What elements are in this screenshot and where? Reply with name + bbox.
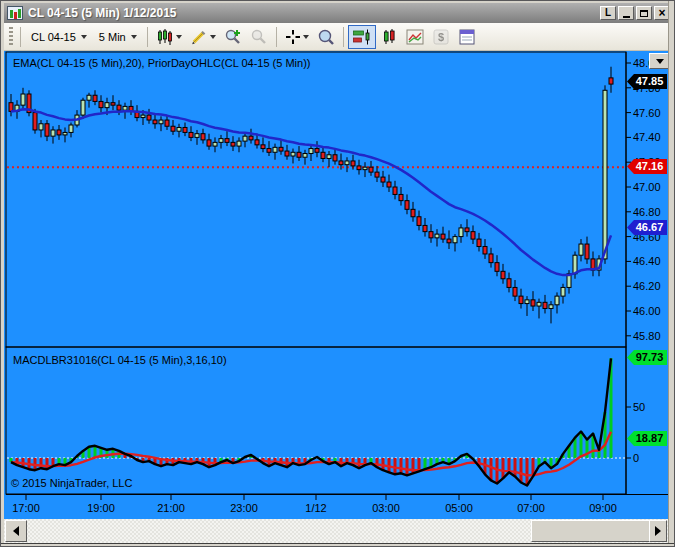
separator xyxy=(343,27,344,47)
account-performance-button[interactable]: $ xyxy=(428,25,454,49)
chevron-down-icon xyxy=(176,35,182,39)
svg-text:47.00: 47.00 xyxy=(633,181,661,193)
magnifier-icon xyxy=(317,28,335,46)
candlestick-style-icon xyxy=(156,28,174,46)
arrow-right-icon xyxy=(655,526,661,536)
close-icon: × xyxy=(658,7,665,19)
prior-close-badge: 47.16 xyxy=(627,159,667,174)
minimize-button[interactable] xyxy=(618,6,634,20)
macd-value-badge: 97.73 xyxy=(627,350,667,365)
properties-panel-icon xyxy=(458,28,476,46)
instrument-label: CL 04-15 xyxy=(31,31,76,43)
market-analyzer-button[interactable] xyxy=(376,25,402,49)
drawing-tools-button[interactable] xyxy=(186,25,220,49)
price-axis-dropdown-button[interactable] xyxy=(649,53,670,69)
svg-text:46.40: 46.40 xyxy=(633,255,661,267)
svg-text:$: $ xyxy=(438,31,444,43)
window-chart-icon xyxy=(7,6,23,20)
minimize-icon xyxy=(623,16,630,18)
svg-text:07:00: 07:00 xyxy=(517,502,545,514)
toolbar-grip[interactable] xyxy=(9,27,13,47)
data-box-button[interactable] xyxy=(313,25,339,49)
maximize-button[interactable] xyxy=(636,6,652,20)
chevron-down-icon xyxy=(303,35,309,39)
svg-text:0: 0 xyxy=(633,452,639,464)
last-price-badge: 47.85 xyxy=(627,74,667,89)
svg-text:46.20: 46.20 xyxy=(633,280,661,292)
svg-text:17:00: 17:00 xyxy=(12,502,40,514)
svg-text:09:00: 09:00 xyxy=(589,502,617,514)
svg-text:03:00: 03:00 xyxy=(372,502,400,514)
copyright-text: © 2015 NinjaTrader, LLC xyxy=(11,477,132,489)
chevron-down-icon xyxy=(656,59,664,64)
panel2-indicator-label: MACDLBR31016(CL 04-15 (5 Min),3,16,10) xyxy=(13,354,227,366)
separator xyxy=(276,27,277,47)
svg-text:05:00: 05:00 xyxy=(445,502,473,514)
ema-value-badge: 46.67 xyxy=(627,220,667,235)
arrow-left-icon xyxy=(13,526,19,536)
price-chart[interactable]: 48.0047.8047.6047.4047.2047.0046.8046.60… xyxy=(4,51,668,519)
dollar-icon: $ xyxy=(432,28,450,46)
panel1-indicator-label: EMA(CL 04-15 (5 Min),20), PriorDayOHLC(C… xyxy=(13,57,311,69)
titlebar[interactable]: CL 04-15 (5 Min) 1/12/2015 L × xyxy=(4,3,673,23)
scroll-right-button[interactable] xyxy=(649,520,667,542)
chart-window: CL 04-15 (5 Min) 1/12/2015 L × CL 04-15 … xyxy=(0,0,675,547)
zoom-out-button[interactable] xyxy=(246,25,272,49)
pencil-icon xyxy=(190,28,208,46)
properties-button[interactable] xyxy=(454,25,480,49)
svg-text:50: 50 xyxy=(633,401,645,413)
scroll-left-button[interactable] xyxy=(5,520,27,542)
svg-text:21:00: 21:00 xyxy=(157,502,185,514)
scrollbar-thumb[interactable] xyxy=(531,520,653,542)
chart-trader-icon xyxy=(352,28,372,46)
separator xyxy=(147,27,148,47)
svg-text:1/12: 1/12 xyxy=(305,502,326,514)
interval-label: 5 Min xyxy=(99,31,126,43)
candles-icon xyxy=(380,28,398,46)
zoom-in-button[interactable] xyxy=(220,25,246,49)
zoom-out-icon xyxy=(250,28,268,46)
crosshair-icon xyxy=(285,29,301,45)
svg-text:45.80: 45.80 xyxy=(633,330,661,342)
chevron-down-icon xyxy=(210,35,216,39)
svg-text:47.60: 47.60 xyxy=(633,107,661,119)
maximize-icon xyxy=(640,10,648,17)
separator xyxy=(20,27,21,47)
chevron-down-icon xyxy=(131,35,137,39)
window-title: CL 04-15 (5 Min) 1/12/2015 xyxy=(28,6,598,20)
chart-trader-button[interactable] xyxy=(348,25,376,49)
link-button[interactable]: L xyxy=(600,6,616,20)
svg-text:19:00: 19:00 xyxy=(87,502,115,514)
macd-signal-badge: 18.87 xyxy=(627,431,667,446)
window-frame xyxy=(1,543,675,547)
window-frame xyxy=(668,1,675,547)
chart-type-button[interactable] xyxy=(402,25,428,49)
chevron-down-icon xyxy=(81,35,87,39)
zoom-in-icon xyxy=(224,28,242,46)
line-chart-icon xyxy=(406,28,424,46)
instrument-selector[interactable]: CL 04-15 xyxy=(25,28,93,46)
svg-text:46.80: 46.80 xyxy=(633,206,661,218)
horizontal-scrollbar[interactable] xyxy=(4,519,668,543)
window-frame xyxy=(1,1,4,547)
svg-text:23:00: 23:00 xyxy=(230,502,258,514)
cursor-button[interactable] xyxy=(281,26,313,48)
interval-selector[interactable]: 5 Min xyxy=(93,28,143,46)
svg-text:46.00: 46.00 xyxy=(633,305,661,317)
toolbar: CL 04-15 5 Min xyxy=(4,23,673,51)
window-frame xyxy=(1,1,675,3)
chart-style-button[interactable] xyxy=(152,25,186,49)
svg-text:47.40: 47.40 xyxy=(633,131,661,143)
